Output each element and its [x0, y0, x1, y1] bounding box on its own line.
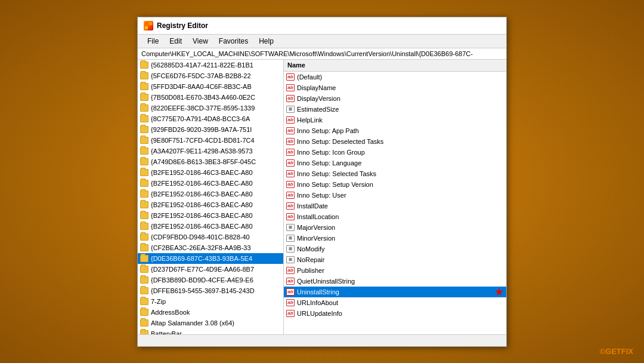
tree-item[interactable]: BatteryBar	[138, 328, 283, 334]
registry-row[interactable]: abInno Setup: Selected Tasks	[284, 168, 506, 179]
tree-item[interactable]: {8220EEFE-38CD-377E-8595-1339	[138, 103, 283, 113]
tree-item[interactable]: {929FBD26-9020-399B-9A7A-751I	[138, 124, 283, 135]
tree-item[interactable]: {B2FE1952-0186-46C3-BAEC-A80	[138, 199, 283, 210]
left-pane[interactable]: {562885D3-41A7-4211-822E-B1B1{5FCE6D76-F…	[138, 60, 284, 334]
tree-item[interactable]: {A749D8E6-B613-3BE3-8F5F-045C	[138, 156, 283, 167]
registry-row[interactable]: abInno Setup: Language	[284, 158, 506, 168]
tree-item[interactable]: {B2FE1952-0186-46C3-BAEC-A80	[138, 178, 283, 189]
tree-item[interactable]: {B2FE1952-0186-46C3-BAEC-A80	[138, 167, 283, 178]
address-bar[interactable]: Computer\HKEY_LOCAL_MACHINE\SOFTWARE\Mic…	[138, 48, 506, 60]
tree-item-label: 7-Zip	[151, 298, 166, 305]
tree-item-label: {B2FE1952-0186-46C3-BAEC-A80	[151, 212, 253, 219]
tree-item[interactable]: {562885D3-41A7-4211-822E-B1B1	[138, 60, 283, 70]
tree-item[interactable]: {D237D67F-E77C-4D9E-AA66-8B7	[138, 264, 283, 275]
tree-item-label: Altap Salamander 3.08 (x64)	[151, 319, 234, 327]
menu-edit[interactable]: Edit	[165, 36, 187, 47]
folder-icon	[140, 330, 148, 334]
tree-item[interactable]: {7B50D081-E670-3B43-A460-0E2C	[138, 92, 283, 103]
registry-row[interactable]: abInstallDate	[284, 201, 506, 211]
registry-row[interactable]: ⊞MajorVersion	[284, 222, 506, 233]
tree-item-label: {5FFD3D4F-8AA0-4C6F-8B3C-AB	[151, 83, 252, 90]
tree-item[interactable]: {8C775E70-A791-4DA8-BCC3-6A	[138, 113, 283, 124]
registry-row[interactable]: abInno Setup: User	[284, 190, 506, 201]
menu-favorites[interactable]: Favorites	[214, 36, 253, 47]
tree-item-label: {929FBD26-9020-399B-9A7A-751I	[151, 126, 252, 133]
menu-bar: File Edit View Favorites Help	[138, 35, 506, 48]
folder-icon	[140, 233, 148, 241]
menu-help[interactable]: Help	[254, 36, 278, 47]
tree-item-label: {B2FE1952-0186-46C3-BAEC-A80	[151, 223, 253, 230]
folder-icon	[140, 223, 148, 230]
tree-item-label: BatteryBar	[151, 330, 182, 334]
registry-row[interactable]: abDisplayVersion	[284, 93, 506, 104]
registry-row[interactable]: abUninstallString★	[284, 287, 506, 297]
tree-item[interactable]: {5FFD3D4F-8AA0-4C6F-8B3C-AB	[138, 81, 283, 92]
tree-item-label: {B2FE1952-0186-46C3-BAEC-A80	[151, 169, 253, 176]
registry-entry-name: Inno Setup: User	[297, 192, 504, 199]
registry-row[interactable]: abInstallLocation	[284, 211, 506, 222]
ab-icon: ab	[286, 267, 295, 274]
ab-icon: ab	[286, 138, 295, 145]
registry-entry-name: NoModify	[297, 245, 504, 253]
registry-row[interactable]: abInno Setup: App Path	[284, 125, 506, 136]
registry-row[interactable]: abQuietUninstallString	[284, 276, 506, 287]
tree-item-label: {8220EEFE-38CD-377E-8595-1339	[151, 104, 255, 112]
tree-item[interactable]: {DFB3B89D-BD9D-4CFE-A4E9-E6	[138, 275, 283, 285]
status-bar	[138, 334, 506, 346]
registry-row[interactable]: ⊞EstimatedSize	[284, 104, 506, 115]
folder-icon	[140, 104, 148, 112]
folder-icon	[140, 212, 148, 219]
registry-row[interactable]: ⊞NoModify	[284, 244, 506, 254]
watermark: ©GETFIX	[599, 347, 633, 356]
registry-row[interactable]: abInno Setup: Icon Group	[284, 147, 506, 158]
title-bar: Registry Editor	[138, 17, 506, 35]
registry-entry-name: Publisher	[297, 267, 504, 274]
ab-icon: ab	[286, 202, 295, 210]
folder-icon	[140, 72, 148, 79]
folder-icon	[140, 137, 148, 144]
registry-row[interactable]: abURLUpdateInfo	[284, 308, 506, 319]
tree-item-label: {5FCE6D76-F5DC-37AB-B2B8-22	[151, 72, 251, 79]
registry-row[interactable]: abInno Setup: Setup Version	[284, 179, 506, 190]
registry-row[interactable]: ⊞MinorVersion	[284, 233, 506, 244]
bin-icon: ⊞	[286, 224, 295, 231]
bin-icon: ⊞	[286, 245, 295, 253]
tree-item[interactable]: {D0E36B69-687C-43B3-93BA-5E4	[138, 253, 283, 264]
registry-row[interactable]: abURLInfoAbout	[284, 297, 506, 308]
registry-entry-name: EstimatedSize	[297, 106, 504, 113]
registry-entry-name: MajorVersion	[297, 224, 504, 231]
tree-item[interactable]: {5FCE6D76-F5DC-37AB-B2B8-22	[138, 70, 283, 81]
registry-row[interactable]: ab(Default)	[284, 72, 506, 82]
tree-item[interactable]: {B2FE1952-0186-46C3-BAEC-A80	[138, 189, 283, 199]
tree-item[interactable]: 7-Zip	[138, 296, 283, 307]
menu-view[interactable]: View	[188, 36, 213, 47]
tree-item[interactable]: {9E80F751-7CFD-4CD1-BD81-7C4	[138, 135, 283, 146]
registry-entry-name: URLUpdateInfo	[297, 310, 504, 317]
menu-file[interactable]: File	[143, 36, 163, 47]
registry-row[interactable]: abPublisher	[284, 265, 506, 276]
tree-item[interactable]: {A3A4207F-9E11-4298-A538-9573	[138, 146, 283, 156]
registry-entry-name: Inno Setup: App Path	[297, 127, 504, 134]
name-column-header: Name	[287, 61, 305, 69]
tree-item-label: {CDF9FBD0-D948-401C-B828-40	[151, 233, 250, 241]
registry-entry-name: UninstallString	[297, 288, 492, 296]
window-title: Registry Editor	[157, 21, 208, 30]
tree-item[interactable]: {CDF9FBD0-D948-401C-B828-40	[138, 232, 283, 242]
tree-item[interactable]: {B2FE1952-0186-46C3-BAEC-A80	[138, 221, 283, 232]
registry-row[interactable]: abInno Setup: Deselected Tasks	[284, 136, 506, 147]
folder-icon	[140, 126, 148, 133]
ab-icon: ab	[286, 84, 295, 91]
tree-item[interactable]: {B2FE1952-0186-46C3-BAEC-A80	[138, 210, 283, 221]
tree-item-label: {7B50D081-E670-3B43-A460-0E2C	[151, 94, 255, 101]
ab-icon: ab	[286, 73, 295, 81]
tree-item[interactable]: AddressBook	[138, 307, 283, 318]
registry-row[interactable]: abDisplayName	[284, 82, 506, 93]
ab-icon: ab	[286, 116, 295, 124]
registry-row[interactable]: abHelpLink	[284, 115, 506, 125]
tree-item-label: {8C775E70-A791-4DA8-BCC3-6A	[151, 115, 250, 122]
tree-item[interactable]: Altap Salamander 3.08 (x64)	[138, 318, 283, 328]
tree-item[interactable]: {CF2BEA3C-26EA-32F8-AA9B-33	[138, 242, 283, 253]
tree-item[interactable]: {DFFEB619-5455-3697-B145-243D	[138, 285, 283, 296]
right-pane[interactable]: Name ab(Default)abDisplayNameabDisplayVe…	[284, 60, 506, 334]
registry-row[interactable]: ⊞NoRepair	[284, 254, 506, 265]
